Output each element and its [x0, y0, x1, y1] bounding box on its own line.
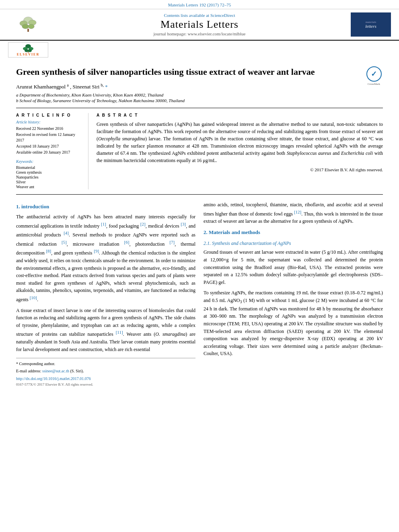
crossmark-icon[interactable]: ✓ — [366, 66, 382, 82]
doi-line[interactable]: http://dx.doi.org/10.1016/j.matlet.2017.… — [16, 376, 195, 382]
section2-number: 2. Materials and methods — [204, 229, 260, 235]
keyword-3: Nanoparticles — [16, 175, 83, 179]
email-suffix: (S. Siri). — [70, 369, 84, 373]
mat-box-main: letters — [352, 24, 389, 29]
author-arunrat: Arunrat Khamhaengpol — [16, 84, 66, 90]
two-col-body: 1. introduction The antibacterial activi… — [16, 195, 383, 388]
top-citation-bar: Materials Letters 192 (2017) 72–75 — [0, 0, 399, 9]
author-corr: * — [105, 84, 108, 90]
elsevier-area: ELSEVIER — [0, 41, 399, 59]
article-body: A R T I C L E I N F O Article history: R… — [16, 108, 383, 195]
crossmark-label: CrossMark — [368, 82, 380, 86]
affiliation-a: a Department of Biochemistry, Khon Kaen … — [16, 92, 361, 97]
ref-8: [8] — [46, 249, 51, 253]
footnote-corresponding: * Corresponding author. — [16, 361, 195, 367]
crossmark[interactable]: ✓ CrossMark — [365, 66, 383, 86]
elsevier-tree-icon — [22, 44, 35, 53]
available-date: Available online 20 January 2017 — [16, 150, 83, 155]
ref-4: [4] — [64, 230, 69, 235]
journal-header: Contents lists available at ScienceDirec… — [0, 9, 399, 41]
email-address[interactable]: ssinee@sut.ac.th — [42, 369, 69, 373]
article-title-section: Green synthesis of silver nanoparticles … — [16, 59, 383, 108]
ref-11: [11] — [116, 330, 123, 335]
author-b-sup: b, — [101, 83, 104, 87]
article-info-title: A R T I C L E I N F O — [16, 113, 83, 117]
footnote-section: * Corresponding author. E-mail address: … — [16, 358, 195, 374]
section1-heading: 1. introduction — [16, 203, 195, 211]
author-a-sup: a — [67, 83, 68, 87]
abstract-title: A B S T R A C T — [97, 113, 383, 117]
received-date: Received 22 November 2016 — [16, 126, 83, 131]
journal-header-center: Contents lists available at ScienceDirec… — [52, 13, 347, 36]
sciencedirect-link[interactable]: ScienceDirect — [210, 13, 235, 18]
email-label: E-mail address: — [16, 369, 41, 373]
materials-letters-box: materials letters — [351, 12, 391, 37]
section1-para2: A tissue extract of insect larvae is one… — [16, 307, 195, 353]
article-authors: Arunrat Khamhaengpol a , Sineenat Siri b… — [16, 83, 361, 90]
col-right: amino acids, retinol, tocopherol, thiami… — [204, 201, 383, 388]
ref-1: [1] — [101, 222, 106, 226]
ref-3: [3] — [181, 222, 186, 226]
keyword-2: Green synthesis — [16, 170, 83, 175]
ref-9: [9] — [94, 249, 99, 253]
elsevier-logo: ELSEVIER — [8, 42, 48, 58]
copyright-line: © 2017 Elsevier B.V. All rights reserved… — [97, 167, 383, 172]
citation-text: Materials Letters 192 (2017) 72–75 — [168, 2, 231, 7]
abstract-text: Green synthesis of silver nanoparticles … — [97, 121, 383, 164]
mat-box-top: materials — [352, 21, 389, 24]
page-container: Materials Letters 192 (2017) 72–75 Conte… — [0, 0, 399, 532]
section1-para1: The antibacterial activity of AgNPs has … — [16, 213, 195, 304]
article-title-text: Green synthesis of silver nanoparticles … — [16, 66, 361, 104]
ref-7: [7] — [169, 240, 175, 244]
section2-para2: To synthesize AgNPs, the reactions conta… — [204, 289, 383, 357]
journal-logo-image — [17, 16, 39, 33]
header-logo — [8, 16, 48, 33]
section2-heading: 2. Materials and methods — [204, 228, 383, 236]
author-comma: , Sineenat Siri — [70, 84, 99, 90]
svg-point-4 — [28, 24, 34, 29]
keyword-5: Weaver ant — [16, 185, 83, 189]
ref-2: [2] — [140, 222, 146, 226]
article-info: A R T I C L E I N F O Article history: R… — [16, 113, 88, 189]
article-history-label: Article history: — [16, 120, 83, 124]
journal-header-right: materials letters — [351, 12, 391, 37]
section1-number: 1. introduction — [16, 203, 49, 210]
issn-line: 0167-577X/© 2017 Elsevier B.V. All right… — [16, 382, 195, 388]
section2-sub1: 2.1. Synthesis and characterization of A… — [204, 240, 383, 247]
svg-point-3 — [22, 24, 29, 29]
ref-5: [5] — [62, 240, 67, 244]
doi-url[interactable]: http://dx.doi.org/10.1016/j.matlet.2017.… — [16, 376, 91, 381]
svg-rect-5 — [27, 29, 29, 32]
contents-label: Contents lists available at — [164, 13, 209, 18]
accepted-date: Accepted 18 January 2017 — [16, 144, 83, 149]
abstract-section: A B S T R A C T Green synthesis of silve… — [97, 113, 383, 189]
journal-title: Materials Letters — [52, 18, 347, 31]
received-revised-date: Received in revised form 12 January 2017 — [16, 132, 83, 143]
main-content: Green synthesis of silver nanoparticles … — [0, 59, 399, 388]
section2-para1: Ground tissues of weaver ant larvae were… — [204, 249, 383, 286]
elsevier-name: ELSEVIER — [17, 53, 39, 56]
keyword-1: Biomaterial — [16, 165, 83, 170]
ref-6: [6] — [124, 240, 130, 244]
keywords-section: Keywords: Biomaterial Green synthesis Na… — [16, 159, 83, 189]
col-left: 1. introduction The antibacterial activi… — [16, 201, 195, 388]
contents-line: Contents lists available at ScienceDirec… — [52, 13, 347, 18]
keywords-label: Keywords: — [16, 159, 83, 164]
affiliation-b: b School of Biology, Suranaree Universit… — [16, 98, 361, 103]
keyword-4: Silver — [16, 180, 83, 184]
journal-url: journal homepage: www.elsevier.com/locat… — [52, 31, 347, 36]
ref-12: [12] — [294, 210, 301, 214]
article-title: Green synthesis of silver nanoparticles … — [16, 66, 361, 78]
section1-right-para1: amino acids, retinol, tocopherol, thiami… — [204, 201, 383, 225]
elsevier-logo-img: ELSEVIER — [17, 44, 39, 56]
footnote-email: E-mail address: ssinee@sut.ac.th (S. Sir… — [16, 368, 195, 374]
ref-10: [10] — [30, 295, 37, 300]
